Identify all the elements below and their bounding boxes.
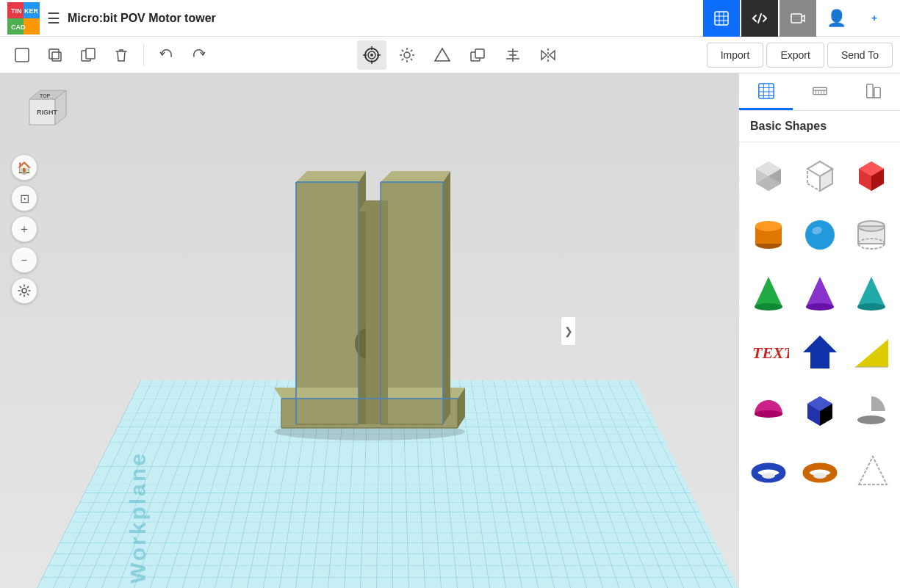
shape-box[interactable] [743,146,794,205]
undo-button[interactable] [151,40,181,70]
svg-text:KER: KER [24,7,39,15]
svg-rect-88 [874,87,879,98]
svg-marker-42 [550,51,555,59]
svg-marker-51 [443,171,450,424]
svg-rect-12 [791,14,802,23]
shape-cylinder-grey[interactable] [846,205,897,264]
main-area: Workplane [0,73,900,588]
group-tool[interactable] [463,40,492,70]
redo-button[interactable] [184,40,214,70]
snap-tool[interactable] [357,40,386,70]
send-button[interactable]: Send To [827,43,893,68]
shape-box-blue[interactable] [794,381,846,440]
svg-marker-56 [366,200,388,424]
center-tools [217,40,703,70]
collapse-panel-button[interactable]: ❯ [561,316,575,346]
shape-arrow[interactable] [794,322,846,381]
simulate-button[interactable] [780,0,816,37]
svg-rect-3 [24,18,40,35]
shape-torus-blue[interactable] [743,440,794,498]
svg-point-128 [813,473,827,479]
zoom-out-button[interactable]: － [11,247,37,273]
project-title: Micro:bit POV Motor tower [68,12,703,25]
view-3d-button[interactable] [703,0,740,37]
svg-rect-7 [715,12,728,25]
shape-hemisphere[interactable] [743,381,794,440]
svg-point-20 [370,54,373,57]
tinkercad-logo[interactable]: TIN KER CAD [7,2,40,35]
svg-rect-35 [475,49,484,58]
svg-marker-47 [296,171,366,182]
svg-point-111 [806,303,834,311]
code-button[interactable] [741,0,778,37]
menu-icon[interactable]: ☰ [47,10,60,27]
copy-button[interactable] [40,40,70,70]
svg-marker-115 [803,335,837,369]
svg-marker-48 [381,171,450,182]
svg-line-31 [411,58,412,59]
svg-point-109 [755,303,782,311]
svg-line-33 [402,58,403,59]
svg-point-107 [858,221,885,231]
measure-tab[interactable] [793,73,846,110]
settings-button[interactable] [11,277,37,304]
add-user-button[interactable]: + [856,0,893,37]
svg-rect-79 [813,90,826,95]
zoom-in-button[interactable]: ＋ [11,216,37,242]
svg-rect-17 [86,48,95,59]
delete-button[interactable] [107,40,136,70]
shape-cylinder-orange[interactable] [743,205,794,264]
shape-torus-orange[interactable] [794,440,846,498]
shape-extra[interactable] [846,440,897,498]
viewport[interactable]: Workplane [0,73,738,588]
svg-point-113 [857,303,885,311]
svg-point-119 [755,410,782,418]
shape-wedge[interactable] [846,322,897,381]
header-actions: 👤 + [703,0,893,37]
shape-partial-cylinder[interactable] [846,381,897,440]
toolbar: Import Export Send To [0,37,900,73]
3d-model [237,138,502,449]
home-view-button[interactable]: 🏠 [11,154,37,181]
mirror-tool[interactable] [533,40,563,70]
svg-text:RIGHT: RIGHT [37,109,58,116]
import-button[interactable]: Import [707,43,764,68]
shape-box-hole[interactable] [794,146,846,205]
shape-tool[interactable] [428,40,457,70]
panel-title: Basic Shapes [739,111,900,142]
light-tool[interactable] [392,40,422,70]
svg-rect-14 [49,49,59,59]
add-shape-button[interactable] [7,40,37,70]
export-button[interactable]: Export [766,43,824,68]
svg-text:CAD: CAD [11,23,26,31]
panel-tabs [739,73,900,111]
svg-point-72 [22,288,26,293]
shape-text-3d[interactable]: TEXT [743,322,794,381]
svg-marker-96 [820,169,832,191]
svg-line-30 [402,49,403,51]
svg-point-123 [857,415,885,424]
svg-marker-112 [857,277,885,307]
svg-marker-116 [855,339,888,367]
svg-rect-13 [15,48,29,62]
shape-cone-teal[interactable] [846,264,897,322]
fit-view-button[interactable]: ⊡ [11,185,37,211]
view-cube[interactable]: RIGHT TOP [15,84,73,143]
svg-text:TIN: TIN [11,7,22,15]
svg-point-126 [762,473,775,479]
svg-text:TOP: TOP [40,93,51,98]
account-button[interactable]: 👤 [818,0,854,37]
svg-point-103 [805,220,835,250]
svg-point-25 [404,52,410,58]
shape-sphere-blue[interactable] [794,205,846,264]
duplicate-button[interactable] [73,40,103,70]
viewport-controls: 🏠 ⊡ ＋ － [11,154,37,304]
shapes-tab[interactable] [739,73,793,110]
shape-cone-green[interactable] [743,264,794,322]
community-tab[interactable] [846,73,900,110]
svg-line-32 [411,49,412,51]
svg-text:TEXT: TEXT [752,344,789,362]
align-tool[interactable] [498,40,528,70]
shape-cone-purple[interactable] [794,264,846,322]
shape-red-box[interactable] [846,146,897,205]
